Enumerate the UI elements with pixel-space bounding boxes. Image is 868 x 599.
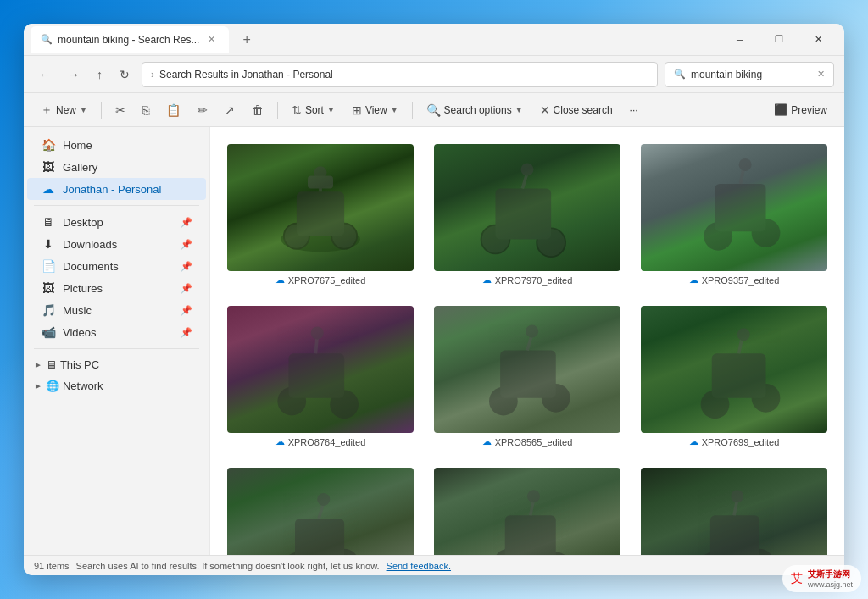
sidebar-expand-network[interactable]: ► 🌐 Network [27, 375, 206, 397]
file-item-3[interactable]: ☁ XPRO8764_edited [224, 302, 417, 451]
view-icon: ⊞ [352, 103, 362, 117]
sidebar: 🏠 Home 🖼 Gallery ☁ Jonathan - Personal 🖥… [24, 127, 210, 555]
search-icon: 🔍 [674, 69, 686, 80]
sidebar-item-desktop[interactable]: 🖥 Desktop 📌 [27, 211, 206, 233]
file-item-6[interactable] [224, 464, 417, 555]
sidebar-item-jonathan[interactable]: ☁ Jonathan - Personal [27, 178, 206, 200]
delete-icon: 🗑 [252, 103, 264, 117]
home-icon: 🏠 [41, 138, 56, 152]
cut-icon: ✂ [115, 103, 125, 117]
file-name-0: ☁ XPRO7675_edited [275, 275, 366, 286]
address-field[interactable]: › Search Results in Jonathan - Personal [142, 62, 658, 87]
this-pc-icon: 🖥 [46, 358, 57, 371]
cloud-sync-icon-1: ☁ [482, 275, 492, 286]
sidebar-item-gallery[interactable]: 🖼 Gallery [27, 156, 206, 178]
new-icon: ＋ [41, 103, 53, 118]
file-thumbnail-6 [227, 468, 414, 555]
browser-window: 🔍 mountain biking - Search Res... ✕ + ─ … [24, 24, 844, 575]
more-options-button[interactable]: ··· [623, 101, 645, 119]
forward-button[interactable]: → [63, 64, 85, 85]
file-item-8[interactable] [637, 464, 831, 555]
copy-button[interactable]: ⎘ [136, 100, 156, 120]
file-item-0[interactable]: ☁ XPRO7675_edited [224, 141, 417, 289]
sort-button[interactable]: ⇅ Sort ▼ [285, 100, 342, 120]
svg-point-21 [311, 326, 324, 339]
file-thumbnail-7 [434, 468, 620, 555]
tab-search-icon: 🔍 [41, 34, 53, 45]
tab-close-button[interactable]: ✕ [204, 32, 219, 47]
file-name-5: ☁ XPRO7699_edited [689, 436, 780, 447]
file-item-1[interactable]: ☁ XPRO7970_edited [431, 141, 624, 289]
network-icon: 🌐 [46, 380, 59, 392]
share-icon: ↗ [225, 103, 235, 117]
toolbar: ＋ New ▼ ✂ ⎘ 📋 ✏ ↗ 🗑 ⇅ Sort ▼ ⊞ [24, 93, 844, 127]
pin-icon-music: 📌 [181, 305, 192, 316]
file-item-7[interactable] [431, 464, 624, 555]
svg-point-26 [526, 325, 538, 338]
pin-icon-docs: 📌 [181, 261, 192, 272]
search-options-button[interactable]: 🔍 Search options ▼ [420, 100, 530, 120]
close-search-icon: ✕ [540, 103, 550, 117]
paste-icon: 📋 [166, 103, 181, 117]
sort-icon: ⇅ [292, 103, 302, 117]
file-name-1: ☁ XPRO7970_edited [482, 275, 573, 286]
cloud-icon: ☁ [41, 182, 56, 196]
view-button[interactable]: ⊞ View ▼ [345, 100, 405, 120]
svg-rect-9 [496, 189, 552, 240]
file-item-2[interactable]: ☁ XPRO9357_edited [637, 141, 831, 289]
active-tab[interactable]: 🔍 mountain biking - Search Res... ✕ [31, 26, 229, 53]
file-item-5[interactable]: ☁ XPRO7699_edited [637, 302, 831, 451]
maximize-button[interactable]: ❐ [760, 26, 798, 53]
new-tab-button[interactable]: + [236, 29, 257, 51]
back-button[interactable]: ← [34, 64, 56, 85]
cloud-sync-icon-5: ☁ [689, 436, 698, 447]
sidebar-item-home[interactable]: 🏠 Home [27, 134, 206, 156]
preview-icon: ⬛ [774, 103, 787, 116]
tab-title: mountain biking - Search Res... [58, 34, 199, 46]
preview-button[interactable]: ⬛ Preview [767, 100, 834, 119]
sidebar-item-pictures[interactable]: 🖼 Pictures 📌 [27, 277, 206, 299]
downloads-icon: ⬇ [41, 237, 56, 251]
file-name-3: ☁ XPRO8764_edited [275, 436, 366, 447]
sidebar-item-downloads[interactable]: ⬇ Downloads 📌 [27, 233, 206, 255]
svg-rect-39 [505, 515, 556, 555]
minimize-button[interactable]: ─ [721, 26, 760, 53]
file-thumbnail-1 [434, 144, 620, 271]
music-icon: 🎵 [41, 303, 56, 317]
svg-point-31 [737, 328, 750, 341]
rename-icon: ✏ [198, 103, 208, 117]
expand-arrow-network: ► [34, 381, 42, 391]
sidebar-item-music[interactable]: 🎵 Music 📌 [27, 299, 206, 321]
refresh-button[interactable]: ↻ [114, 64, 135, 85]
paste-button[interactable]: 📋 [159, 100, 187, 120]
path-separator: › [151, 69, 154, 80]
sort-dropdown-arrow: ▼ [327, 106, 335, 114]
status-bar: 91 items Search uses AI to find results.… [24, 555, 844, 575]
rename-button[interactable]: ✏ [191, 100, 214, 120]
sidebar-item-documents[interactable]: 📄 Documents 📌 [27, 255, 206, 277]
feedback-link[interactable]: Send feedback. [387, 561, 451, 571]
watermark: 艾 艾斯手游网 www.asjg.net [782, 565, 861, 592]
search-options-icon: 🔍 [426, 103, 441, 117]
videos-icon: 📹 [41, 325, 56, 339]
sidebar-item-videos[interactable]: 📹 Videos 📌 [27, 321, 206, 343]
file-item-4[interactable]: ☁ XPRO8565_edited [431, 302, 624, 451]
new-button[interactable]: ＋ New ▼ [34, 99, 94, 121]
svg-rect-44 [710, 515, 760, 555]
up-button[interactable]: ↑ [92, 64, 108, 85]
main-content: 🏠 Home 🖼 Gallery ☁ Jonathan - Personal 🖥… [24, 127, 844, 555]
cut-button[interactable]: ✂ [108, 100, 132, 120]
share-button[interactable]: ↗ [218, 100, 242, 120]
item-count: 91 items [34, 561, 70, 571]
documents-icon: 📄 [41, 259, 56, 273]
sidebar-expand-this-pc[interactable]: ► 🖥 This PC [27, 354, 206, 375]
svg-rect-34 [295, 519, 344, 555]
clear-search-button[interactable]: ✕ [817, 69, 825, 80]
close-search-button[interactable]: ✕ Close search [533, 100, 620, 120]
cloud-sync-icon-2: ☁ [689, 275, 698, 286]
svg-point-16 [739, 158, 752, 171]
delete-button[interactable]: 🗑 [245, 100, 270, 120]
close-button[interactable]: ✕ [798, 26, 837, 53]
cloud-sync-icon-4: ☁ [482, 436, 492, 447]
search-field[interactable]: 🔍 mountain biking ✕ [665, 62, 834, 87]
